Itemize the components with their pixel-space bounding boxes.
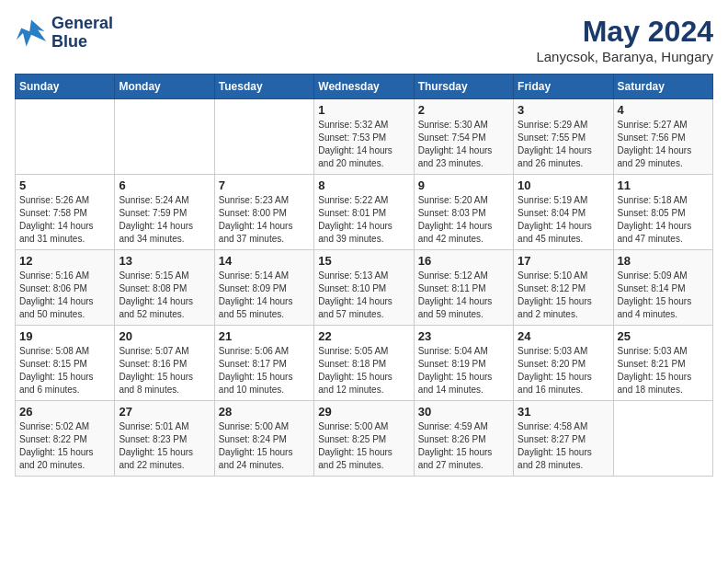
week-row-4: 19Sunrise: 5:08 AM Sunset: 8:15 PM Dayli… bbox=[16, 326, 713, 401]
day-info: Sunrise: 5:00 AM Sunset: 8:25 PM Dayligh… bbox=[318, 420, 409, 472]
day-info: Sunrise: 5:04 AM Sunset: 8:19 PM Dayligh… bbox=[418, 345, 509, 396]
day-number: 17 bbox=[518, 254, 609, 268]
day-info: Sunrise: 5:02 AM Sunset: 8:22 PM Dayligh… bbox=[19, 420, 110, 472]
day-info: Sunrise: 5:13 AM Sunset: 8:10 PM Dayligh… bbox=[318, 270, 409, 321]
day-number: 24 bbox=[518, 329, 609, 343]
calendar-cell: 8Sunrise: 5:22 AM Sunset: 8:01 PM Daylig… bbox=[314, 175, 414, 250]
calendar-cell: 5Sunrise: 5:26 AM Sunset: 7:58 PM Daylig… bbox=[16, 175, 115, 250]
day-info: Sunrise: 5:15 AM Sunset: 8:08 PM Dayligh… bbox=[119, 270, 210, 321]
day-number: 19 bbox=[19, 329, 110, 343]
day-info: Sunrise: 5:03 AM Sunset: 8:20 PM Dayligh… bbox=[518, 345, 609, 396]
calendar-cell: 1Sunrise: 5:32 AM Sunset: 7:53 PM Daylig… bbox=[314, 99, 414, 175]
day-info: Sunrise: 5:01 AM Sunset: 8:23 PM Dayligh… bbox=[119, 420, 210, 472]
calendar-cell bbox=[214, 99, 313, 175]
title-block: May 2024 Lanycsok, Baranya, Hungary bbox=[536, 15, 713, 64]
day-info: Sunrise: 5:08 AM Sunset: 8:15 PM Dayligh… bbox=[19, 345, 110, 396]
weekday-header-wednesday: Wednesday bbox=[314, 75, 414, 99]
day-number: 21 bbox=[219, 329, 310, 343]
day-info: Sunrise: 4:58 AM Sunset: 8:27 PM Dayligh… bbox=[518, 420, 609, 472]
day-info: Sunrise: 5:26 AM Sunset: 7:58 PM Dayligh… bbox=[19, 194, 110, 246]
calendar-cell: 23Sunrise: 5:04 AM Sunset: 8:19 PM Dayli… bbox=[414, 326, 513, 401]
day-info: Sunrise: 5:14 AM Sunset: 8:09 PM Dayligh… bbox=[219, 270, 310, 321]
svg-marker-0 bbox=[17, 19, 46, 46]
day-info: Sunrise: 5:05 AM Sunset: 8:18 PM Dayligh… bbox=[318, 345, 409, 396]
calendar-cell: 6Sunrise: 5:24 AM Sunset: 7:59 PM Daylig… bbox=[115, 175, 214, 250]
day-info: Sunrise: 5:19 AM Sunset: 8:04 PM Dayligh… bbox=[518, 194, 609, 246]
calendar-cell: 25Sunrise: 5:03 AM Sunset: 8:21 PM Dayli… bbox=[613, 326, 712, 401]
day-number: 11 bbox=[618, 178, 709, 192]
day-info: Sunrise: 5:06 AM Sunset: 8:17 PM Dayligh… bbox=[219, 345, 310, 396]
calendar-cell: 15Sunrise: 5:13 AM Sunset: 8:10 PM Dayli… bbox=[314, 250, 414, 326]
day-info: Sunrise: 5:18 AM Sunset: 8:05 PM Dayligh… bbox=[618, 194, 709, 246]
calendar-cell: 26Sunrise: 5:02 AM Sunset: 8:22 PM Dayli… bbox=[16, 401, 115, 477]
calendar-cell bbox=[115, 99, 214, 175]
day-number: 27 bbox=[119, 405, 210, 419]
day-number: 10 bbox=[518, 178, 609, 192]
calendar-cell: 22Sunrise: 5:05 AM Sunset: 8:18 PM Dayli… bbox=[314, 326, 414, 401]
week-row-5: 26Sunrise: 5:02 AM Sunset: 8:22 PM Dayli… bbox=[16, 401, 713, 477]
day-number: 6 bbox=[119, 178, 210, 192]
day-info: Sunrise: 5:16 AM Sunset: 8:06 PM Dayligh… bbox=[19, 270, 110, 321]
calendar-cell: 24Sunrise: 5:03 AM Sunset: 8:20 PM Dayli… bbox=[514, 326, 613, 401]
calendar-cell: 20Sunrise: 5:07 AM Sunset: 8:16 PM Dayli… bbox=[115, 326, 214, 401]
day-number: 7 bbox=[219, 178, 310, 192]
calendar-cell: 11Sunrise: 5:18 AM Sunset: 8:05 PM Dayli… bbox=[613, 175, 712, 250]
day-number: 1 bbox=[318, 103, 409, 117]
day-number: 22 bbox=[318, 329, 409, 343]
calendar-cell: 2Sunrise: 5:30 AM Sunset: 7:54 PM Daylig… bbox=[414, 99, 513, 175]
week-row-2: 5Sunrise: 5:26 AM Sunset: 7:58 PM Daylig… bbox=[16, 175, 713, 250]
calendar-cell: 30Sunrise: 4:59 AM Sunset: 8:26 PM Dayli… bbox=[414, 401, 513, 477]
day-number: 30 bbox=[418, 405, 509, 419]
day-info: Sunrise: 5:23 AM Sunset: 8:00 PM Dayligh… bbox=[219, 194, 310, 246]
day-number: 2 bbox=[418, 103, 509, 117]
day-info: Sunrise: 5:32 AM Sunset: 7:53 PM Dayligh… bbox=[318, 119, 409, 170]
calendar-cell: 27Sunrise: 5:01 AM Sunset: 8:23 PM Dayli… bbox=[115, 401, 214, 477]
weekday-header-sunday: Sunday bbox=[16, 75, 115, 99]
day-info: Sunrise: 5:10 AM Sunset: 8:12 PM Dayligh… bbox=[518, 270, 609, 321]
day-info: Sunrise: 5:20 AM Sunset: 8:03 PM Dayligh… bbox=[418, 194, 509, 246]
calendar-cell: 16Sunrise: 5:12 AM Sunset: 8:11 PM Dayli… bbox=[414, 250, 513, 326]
calendar-cell: 21Sunrise: 5:06 AM Sunset: 8:17 PM Dayli… bbox=[214, 326, 313, 401]
day-info: Sunrise: 5:12 AM Sunset: 8:11 PM Dayligh… bbox=[418, 270, 509, 321]
day-info: Sunrise: 4:59 AM Sunset: 8:26 PM Dayligh… bbox=[418, 420, 509, 472]
calendar-cell bbox=[613, 401, 712, 477]
day-info: Sunrise: 5:30 AM Sunset: 7:54 PM Dayligh… bbox=[418, 119, 509, 170]
weekday-header-monday: Monday bbox=[115, 75, 214, 99]
day-number: 4 bbox=[618, 103, 709, 117]
logo: General Blue bbox=[15, 15, 113, 52]
day-info: Sunrise: 5:09 AM Sunset: 8:14 PM Dayligh… bbox=[618, 270, 709, 321]
day-number: 3 bbox=[518, 103, 609, 117]
day-number: 18 bbox=[618, 254, 709, 268]
day-info: Sunrise: 5:27 AM Sunset: 7:56 PM Dayligh… bbox=[618, 119, 709, 170]
calendar-table: SundayMondayTuesdayWednesdayThursdayFrid… bbox=[15, 74, 713, 477]
week-row-3: 12Sunrise: 5:16 AM Sunset: 8:06 PM Dayli… bbox=[16, 250, 713, 326]
day-number: 23 bbox=[418, 329, 509, 343]
day-number: 14 bbox=[219, 254, 310, 268]
calendar-cell: 28Sunrise: 5:00 AM Sunset: 8:24 PM Dayli… bbox=[214, 401, 313, 477]
logo-icon bbox=[15, 17, 48, 50]
calendar-cell: 13Sunrise: 5:15 AM Sunset: 8:08 PM Dayli… bbox=[115, 250, 214, 326]
day-info: Sunrise: 5:22 AM Sunset: 8:01 PM Dayligh… bbox=[318, 194, 409, 246]
logo-text: General Blue bbox=[51, 15, 113, 52]
location-title: Lanycsok, Baranya, Hungary bbox=[536, 49, 713, 64]
calendar-cell: 12Sunrise: 5:16 AM Sunset: 8:06 PM Dayli… bbox=[16, 250, 115, 326]
weekday-header-tuesday: Tuesday bbox=[214, 75, 313, 99]
day-number: 13 bbox=[119, 254, 210, 268]
calendar-cell: 7Sunrise: 5:23 AM Sunset: 8:00 PM Daylig… bbox=[214, 175, 313, 250]
calendar-cell: 19Sunrise: 5:08 AM Sunset: 8:15 PM Dayli… bbox=[16, 326, 115, 401]
day-number: 29 bbox=[318, 405, 409, 419]
day-info: Sunrise: 5:07 AM Sunset: 8:16 PM Dayligh… bbox=[119, 345, 210, 396]
day-info: Sunrise: 5:24 AM Sunset: 7:59 PM Dayligh… bbox=[119, 194, 210, 246]
day-number: 8 bbox=[318, 178, 409, 192]
calendar-cell: 9Sunrise: 5:20 AM Sunset: 8:03 PM Daylig… bbox=[414, 175, 513, 250]
weekday-header-thursday: Thursday bbox=[414, 75, 513, 99]
day-number: 12 bbox=[19, 254, 110, 268]
day-number: 15 bbox=[318, 254, 409, 268]
day-info: Sunrise: 5:29 AM Sunset: 7:55 PM Dayligh… bbox=[518, 119, 609, 170]
calendar-cell: 10Sunrise: 5:19 AM Sunset: 8:04 PM Dayli… bbox=[514, 175, 613, 250]
day-number: 20 bbox=[119, 329, 210, 343]
page-header: General Blue May 2024 Lanycsok, Baranya,… bbox=[15, 15, 713, 64]
day-info: Sunrise: 5:00 AM Sunset: 8:24 PM Dayligh… bbox=[219, 420, 310, 472]
month-title: May 2024 bbox=[536, 15, 713, 49]
calendar-cell: 4Sunrise: 5:27 AM Sunset: 7:56 PM Daylig… bbox=[613, 99, 712, 175]
